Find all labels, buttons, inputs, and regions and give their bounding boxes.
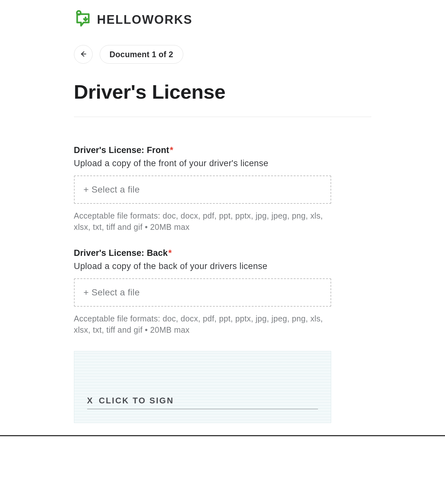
select-file-back[interactable]: + Select a file bbox=[74, 278, 331, 307]
field-back: Driver's License: Back* Upload a copy of… bbox=[74, 248, 371, 336]
field-front: Driver's License: Front* Upload a copy o… bbox=[74, 145, 371, 233]
field-back-hint: Acceptable file formats: doc, docx, pdf,… bbox=[74, 313, 331, 336]
signature-x: X bbox=[87, 396, 93, 406]
field-back-description: Upload a copy of the back of your driver… bbox=[74, 261, 371, 271]
signature-cta: CLICK TO SIGN bbox=[99, 396, 174, 406]
title-divider bbox=[74, 117, 371, 117]
brand-logo: HELLOWORKS bbox=[74, 10, 371, 30]
page-bottom-rule bbox=[0, 435, 445, 436]
required-star: * bbox=[170, 145, 173, 155]
field-back-label: Driver's License: Back* bbox=[74, 248, 371, 258]
select-file-label: + Select a file bbox=[84, 184, 140, 194]
brand-name: HELLOWORKS bbox=[97, 13, 193, 27]
field-front-description: Upload a copy of the front of your drive… bbox=[74, 158, 371, 168]
select-file-label: + Select a file bbox=[84, 287, 140, 297]
required-star: * bbox=[168, 248, 172, 258]
select-file-front[interactable]: + Select a file bbox=[74, 176, 331, 204]
signature-area[interactable]: X CLICK TO SIGN bbox=[74, 351, 331, 423]
page-title: Driver's License bbox=[74, 80, 371, 103]
arrow-left-icon bbox=[79, 50, 87, 59]
svg-point-0 bbox=[77, 11, 81, 15]
signature-background bbox=[74, 351, 331, 423]
field-front-label: Driver's License: Front* bbox=[74, 145, 371, 155]
back-button[interactable] bbox=[74, 45, 93, 64]
document-indicator[interactable]: Document 1 of 2 bbox=[100, 45, 183, 64]
document-indicator-label: Document 1 of 2 bbox=[110, 50, 173, 59]
field-front-hint: Acceptable file formats: doc, docx, pdf,… bbox=[74, 210, 331, 233]
brand-mark-icon bbox=[74, 10, 94, 30]
